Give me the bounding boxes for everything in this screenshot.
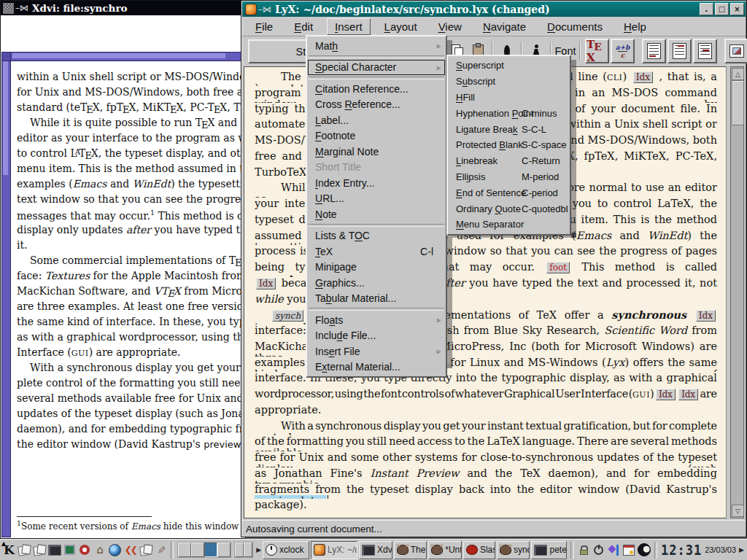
menubar-item-documents[interactable]: Documents (540, 19, 610, 34)
xdvi-vscroll-thumb[interactable] (3, 61, 8, 175)
paint-tool-button[interactable] (606, 541, 622, 559)
menu-item-subscript[interactable]: Subscript (449, 74, 569, 90)
menu-item-menu-separator[interactable]: Menu Separator (449, 217, 569, 233)
document-scrollbar[interactable]: △ ▽ (730, 66, 744, 518)
pager-mini-cell[interactable] (244, 542, 252, 557)
menu-item-index-entry[interactable]: Index Entry... (308, 175, 445, 191)
menu-item-external-material[interactable]: External Material... (308, 359, 445, 376)
idx-inset[interactable]: Idx (656, 389, 675, 400)
menu-item-lists-toc[interactable]: Lists & TOC (308, 228, 445, 244)
menubar-item-file[interactable]: File (248, 19, 280, 34)
scroll-up-arrow[interactable]: △ (732, 68, 744, 80)
tex-mode-button[interactable]: TEX (585, 39, 609, 63)
pager-desktop-2[interactable] (191, 542, 204, 557)
iconify-button[interactable]: . (700, 3, 713, 15)
lyx-titlebar[interactable]: –⋈ LyX: ~/doc/beginlatex/src/synchro.lyx… (242, 1, 746, 17)
menu-item-hfill[interactable]: HFill (449, 90, 569, 106)
moon-phase-button[interactable] (637, 541, 652, 559)
menu-item-minipage[interactable]: Minipage (308, 260, 445, 276)
task-button-sync[interactable]: sync (497, 541, 530, 559)
menubar-item-layout[interactable]: Layout (377, 19, 425, 34)
task-button-xdvi[interactable]: Xdvi (359, 541, 392, 559)
xdvi-titlebar[interactable]: –⋈ Xdvi: file:synchro (1, 1, 245, 15)
idx-inset[interactable]: Idx (696, 310, 716, 322)
menu-item-url[interactable]: URL... (308, 191, 445, 207)
sticky-pin-icon[interactable]: –⋈ (15, 3, 28, 13)
home-folder-button[interactable]: ⌂ (93, 541, 108, 559)
menubar-item-view[interactable]: View (431, 19, 469, 34)
menu-item-protected-blank[interactable]: Protected BlankS-C-space (449, 137, 569, 153)
menu-item-ligature-break[interactable]: Ligature BreakS-C-L (449, 121, 569, 137)
lock-screen-button[interactable] (576, 541, 592, 559)
sticky-pin-icon[interactable]: –⋈ (258, 4, 271, 15)
menu-item-marginal-note[interactable]: Marginal Note (308, 144, 445, 160)
menu-item-citation-reference[interactable]: Citation Reference... (308, 81, 445, 97)
menu-item-footnote[interactable]: Footnote (308, 128, 445, 144)
synch-inset[interactable]: synch (272, 310, 303, 322)
display-settings-button[interactable] (47, 541, 62, 559)
files-button[interactable] (138, 541, 153, 559)
menu-item-tabular-material[interactable]: Tabular Material... (308, 291, 445, 307)
maximize-button[interactable]: □ (715, 3, 729, 15)
menu-item-graphics[interactable]: Graphics... (308, 275, 445, 291)
foot-inset[interactable]: foot (546, 262, 570, 273)
menu-item-ordinary-quote[interactable]: Ordinary QuoteC-quotedbl (449, 201, 569, 217)
menu-item-linebreak[interactable]: LinebreakC-Return (449, 153, 569, 169)
organizer-button[interactable] (622, 541, 637, 559)
menu-item-math[interactable]: Math▹ (308, 38, 445, 54)
task-button-the-g[interactable]: The G (394, 541, 427, 559)
math-mode-button[interactable]: a+bc (611, 39, 635, 63)
menu-item-special-character[interactable]: Special Character▹ (308, 60, 445, 76)
menu-item-cross-reference[interactable]: Cross Reference... (308, 97, 445, 113)
menubar-item-edit[interactable]: Edit (287, 19, 320, 34)
scroll-down-arrow[interactable]: ▽ (732, 505, 744, 517)
pager-desktop-4[interactable] (217, 542, 231, 557)
menubar-item-help[interactable]: Help (616, 19, 654, 34)
paragraph-layout-button[interactable] (642, 39, 666, 63)
menubar-item-insert[interactable]: Insert (327, 18, 371, 35)
xdvi-horizontal-scrollbar[interactable] (10, 52, 244, 61)
notes-button[interactable] (32, 541, 47, 559)
scroll-thumb[interactable] (732, 80, 744, 125)
idx-inset[interactable]: Idx (633, 71, 653, 83)
menu-item-short-title[interactable]: Short Title (308, 160, 445, 176)
menu-item-superscript[interactable]: Superscript (449, 58, 569, 74)
menu-item-include-file[interactable]: Include File... (308, 328, 445, 344)
task-button-unti[interactable]: *Unti (428, 541, 462, 559)
k-menu-button[interactable]: ▲K (1, 541, 17, 559)
editor-button[interactable]: ✎ (153, 541, 169, 559)
idx-inset[interactable]: Idx (256, 278, 276, 289)
menu-item-floats[interactable]: Floats▹ (308, 312, 445, 328)
xdvi-hscroll-thumb[interactable] (12, 53, 225, 58)
terminal-button[interactable] (62, 541, 77, 559)
pager-mini[interactable] (234, 542, 253, 558)
menu-item-note[interactable]: Note (308, 206, 445, 222)
web-browser-button[interactable] (108, 541, 123, 559)
window-list-button[interactable] (17, 541, 32, 559)
pager-desktop-3[interactable] (204, 542, 217, 557)
menu-item-ellipsis[interactable]: EllipsisM-period (449, 169, 569, 185)
menu-item-end-of-sentence[interactable]: End of SentenceC-period (449, 184, 569, 201)
insert-figure-button[interactable] (724, 39, 747, 63)
pager-desktop-1[interactable] (178, 542, 191, 557)
task-button-lyx-doc[interactable]: LyX: ~/doc (311, 541, 357, 559)
paragraph-depth-button[interactable] (693, 39, 717, 63)
menu-item-tex[interactable]: TeXC-l (308, 244, 445, 260)
paragraph-indent-button[interactable] (667, 39, 692, 63)
task-scroll-left-icon[interactable]: ▶ (256, 546, 261, 553)
menu-item-hyphenation-point[interactable]: Hyphenation PointC-minus (449, 105, 569, 121)
task-button-xclock[interactable]: xclock (263, 541, 309, 559)
task-button-pete[interactable]: pete◄ (531, 541, 567, 559)
kde-app-button[interactable]: ❮❮ (123, 541, 138, 559)
logout-button[interactable] (591, 541, 606, 559)
help-button[interactable] (77, 541, 93, 559)
close-button[interactable]: × (730, 3, 744, 15)
idx-inset[interactable]: Idx (678, 389, 697, 400)
menu-item-label[interactable]: Label... (308, 112, 445, 128)
desktop-pager[interactable] (177, 542, 231, 558)
pager-mini-cell[interactable] (235, 542, 244, 557)
panel-hide-arrow-icon[interactable]: ▶ (739, 546, 744, 553)
menubar-item-navigate[interactable]: Navigate (476, 19, 533, 34)
task-button-slas[interactable]: Slas (463, 541, 495, 559)
menu-item-insert-file[interactable]: Insert File▹ (308, 343, 445, 359)
